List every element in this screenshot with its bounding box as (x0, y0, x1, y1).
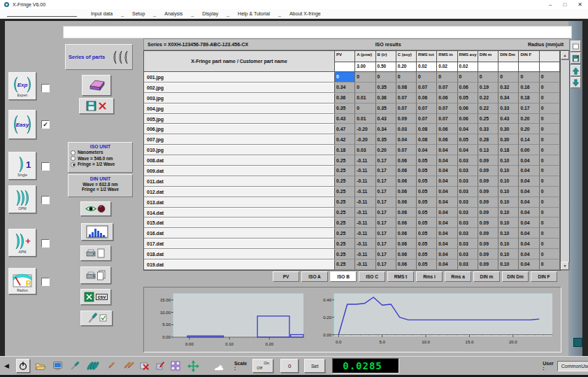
value-cell[interactable]: 0.10 (499, 197, 519, 208)
power-button[interactable] (16, 359, 30, 373)
value-cell[interactable]: 0.05 (417, 187, 437, 197)
value-cell[interactable]: 0.05 (417, 249, 437, 259)
value-cell[interactable]: 0.25 (335, 218, 355, 228)
value-cell[interactable]: 0 (540, 197, 560, 208)
scroll-down-icon[interactable]: ▼ (561, 262, 569, 270)
value-cell[interactable]: -0.11 (355, 176, 375, 187)
value-cell[interactable]: -0.11 (355, 208, 375, 218)
value-cell[interactable]: 0.13 (478, 145, 499, 155)
value-cell[interactable]: 0 (355, 72, 375, 83)
value-cell[interactable]: 0.04 (437, 197, 457, 208)
value-cell[interactable]: -0.11 (355, 197, 375, 208)
value-cell[interactable]: 0.03 (458, 155, 478, 166)
tab-iso-b[interactable]: ISO B (330, 271, 357, 282)
part-name-cell[interactable]: 009.dat (144, 166, 335, 176)
erase-button[interactable] (82, 75, 111, 96)
radio-nanometers[interactable] (71, 150, 76, 155)
menu-help-tutorial[interactable]: Help & Tutorial (238, 11, 270, 16)
histogram-button[interactable] (81, 223, 113, 241)
value-cell[interactable]: 0.17 (376, 218, 396, 228)
value-cell[interactable]: 0.07 (417, 83, 437, 93)
value-cell[interactable]: 0.03 (458, 197, 478, 208)
value-cell[interactable]: 0.43 (376, 114, 396, 125)
save-delete-button[interactable] (79, 98, 114, 114)
tab-iso-c[interactable]: ISO C (359, 271, 385, 282)
value-cell[interactable]: 0.04 (519, 228, 539, 239)
tolerance-cell[interactable]: 0.20 (396, 62, 417, 72)
value-cell[interactable]: 0.05 (417, 155, 437, 166)
value-cell[interactable]: 0.33 (499, 104, 519, 114)
column-header[interactable]: RMS tot (417, 51, 437, 62)
value-cell[interactable]: 0 (478, 72, 499, 83)
value-cell[interactable]: 0 (540, 83, 560, 93)
part-name-cell[interactable]: 012.dat (144, 187, 335, 197)
value-cell[interactable]: 0.43 (335, 114, 355, 125)
value-cell[interactable]: 0.06 (458, 104, 478, 114)
snapshot-button[interactable] (571, 52, 581, 64)
column-header[interactable]: B (ir) (376, 51, 396, 62)
part-name-cell[interactable]: 016.dat (144, 228, 335, 239)
value-cell[interactable]: 0.04 (519, 197, 539, 208)
value-cell[interactable]: 0.06 (396, 208, 417, 218)
value-cell[interactable]: 0.01 (355, 93, 375, 104)
value-cell[interactable]: 0.04 (437, 228, 457, 239)
value-cell[interactable]: 0.07 (417, 104, 437, 114)
tolerance-cell[interactable] (478, 62, 499, 72)
value-cell[interactable]: 0.00 (519, 145, 539, 155)
value-cell[interactable]: 0.03 (458, 176, 478, 187)
move-button[interactable] (187, 359, 201, 373)
display-button[interactable] (51, 359, 65, 373)
value-cell[interactable]: 0.04 (437, 239, 457, 249)
value-cell[interactable]: 0.08 (396, 83, 417, 93)
value-cell[interactable]: 0.10 (499, 187, 519, 197)
value-cell[interactable]: 0.25 (335, 239, 355, 249)
value-cell[interactable]: 0.25 (335, 259, 355, 270)
value-cell[interactable]: 0.07 (396, 104, 417, 114)
export-csv-button[interactable]: csv (80, 289, 111, 305)
value-cell[interactable]: -0.11 (355, 249, 375, 259)
value-cell[interactable]: 0.36 (335, 93, 355, 104)
tolerance-cell[interactable]: 3.00 (355, 62, 375, 72)
grid-button[interactable] (168, 359, 182, 373)
archive-box-button[interactable] (153, 359, 167, 373)
value-cell[interactable]: 0.06 (437, 93, 457, 104)
column-header[interactable]: C (asy) (396, 51, 417, 62)
value-cell[interactable]: 0.07 (396, 93, 417, 104)
tolerance-cell[interactable] (499, 62, 519, 72)
value-cell[interactable]: 0.04 (519, 249, 539, 259)
value-cell[interactable]: 0.04 (437, 155, 457, 166)
tolerance-cell[interactable] (335, 62, 355, 72)
value-cell[interactable]: 0.03 (458, 228, 478, 239)
value-cell[interactable]: 0.06 (458, 83, 478, 93)
tab-rms-t[interactable]: RMS t (387, 271, 414, 282)
value-cell[interactable]: 0.42 (335, 134, 355, 145)
scale-onoff-button[interactable]: On Off (252, 359, 273, 373)
value-cell[interactable]: 0.20 (519, 124, 539, 134)
value-cell[interactable]: 0 (417, 72, 437, 83)
value-cell[interactable]: 0.07 (437, 104, 457, 114)
value-cell[interactable]: 0.20 (376, 145, 396, 155)
radio-fringe-half-wave[interactable] (71, 162, 76, 167)
value-cell[interactable]: -0.11 (355, 218, 375, 228)
value-cell[interactable]: 0.22 (478, 93, 499, 104)
value-cell[interactable]: 0.04 (437, 259, 457, 270)
value-cell[interactable]: 0.04 (519, 208, 539, 218)
value-cell[interactable]: 0.17 (376, 259, 396, 270)
value-cell[interactable]: 0 (437, 72, 457, 83)
tab-din-m[interactable]: DIN m (473, 271, 500, 282)
set-button[interactable]: Set (304, 359, 325, 373)
value-cell[interactable]: 0.18 (499, 145, 519, 155)
value-cell[interactable]: 0.05 (417, 218, 437, 228)
move-up-button[interactable] (571, 65, 581, 76)
value-cell[interactable]: 0.10 (499, 155, 519, 166)
value-cell[interactable]: 0 (458, 72, 478, 83)
value-cell[interactable]: 0.04 (437, 249, 457, 259)
value-cell[interactable]: 0 (540, 228, 560, 239)
value-cell[interactable]: 0.03 (396, 124, 417, 134)
value-cell[interactable]: 0.17 (376, 155, 396, 166)
value-cell[interactable]: 0.17 (376, 187, 396, 197)
value-cell[interactable]: 0.01 (355, 114, 375, 125)
part-name-cell[interactable]: 005.jpg (144, 114, 335, 125)
value-cell[interactable]: 0.04 (458, 124, 478, 134)
value-cell[interactable]: 0.05 (458, 134, 478, 145)
